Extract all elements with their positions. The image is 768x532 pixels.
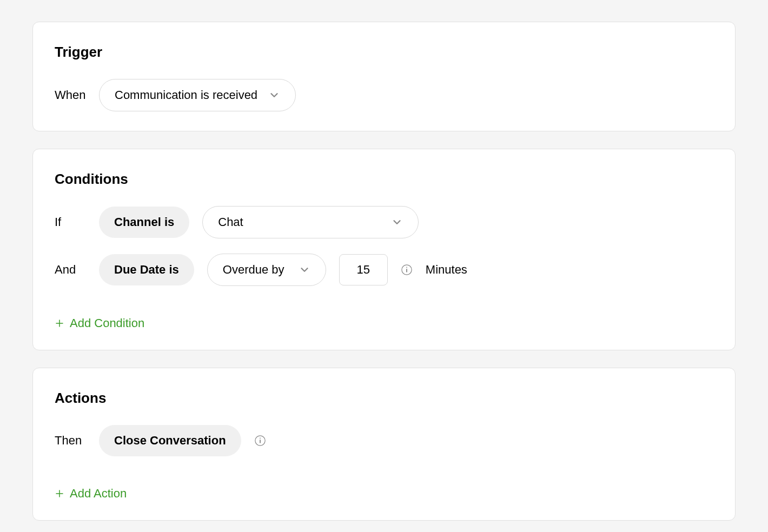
- conditions-card: Conditions If Channel is Chat And Due Da…: [32, 149, 736, 350]
- add-condition-label: Add Condition: [70, 316, 144, 330]
- condition-field-duedate-label: Due Date is: [114, 263, 179, 277]
- condition-field-duedate[interactable]: Due Date is: [99, 254, 194, 285]
- chevron-down-icon: [268, 89, 280, 101]
- trigger-card: Trigger When Communication is received: [32, 22, 736, 131]
- action-row: Then Close Conversation: [55, 425, 713, 456]
- condition-row-0: If Channel is Chat: [55, 206, 713, 238]
- condition-field-channel[interactable]: Channel is: [99, 207, 189, 238]
- plus-icon: [55, 318, 64, 328]
- then-label: Then: [55, 434, 86, 448]
- condition-prefix-if: If: [55, 215, 86, 229]
- actions-card: Actions Then Close Conversation Add Acti…: [32, 368, 736, 521]
- actions-title: Actions: [55, 390, 713, 407]
- chevron-down-icon: [299, 264, 310, 276]
- condition-operator-dropdown[interactable]: Overdue by: [207, 254, 326, 286]
- action-close-conversation[interactable]: Close Conversation: [99, 425, 241, 456]
- condition-number-input[interactable]: [339, 254, 388, 285]
- svg-point-7: [260, 438, 261, 439]
- plus-icon: [55, 489, 64, 498]
- add-action-label: Add Action: [70, 487, 127, 501]
- trigger-when-dropdown[interactable]: Communication is received: [99, 79, 296, 111]
- condition-row-1: And Due Date is Overdue by Minutes: [55, 254, 713, 286]
- trigger-when-value: Communication is received: [115, 88, 257, 102]
- condition-unit-label: Minutes: [426, 263, 467, 277]
- info-icon[interactable]: [401, 264, 413, 276]
- condition-value-chat-dropdown[interactable]: Chat: [202, 206, 419, 238]
- add-action-link[interactable]: Add Action: [55, 487, 127, 501]
- add-condition-link[interactable]: Add Condition: [55, 316, 144, 330]
- condition-prefix-and: And: [55, 263, 86, 277]
- condition-field-channel-label: Channel is: [114, 215, 174, 229]
- trigger-title: Trigger: [55, 44, 713, 61]
- condition-operator-value: Overdue by: [223, 263, 284, 277]
- trigger-row: When Communication is received: [55, 79, 713, 111]
- info-icon[interactable]: [254, 435, 266, 447]
- chevron-down-icon: [391, 216, 403, 228]
- condition-value-chat: Chat: [218, 215, 243, 229]
- conditions-title: Conditions: [55, 171, 713, 188]
- svg-point-2: [406, 267, 407, 268]
- when-label: When: [55, 88, 86, 102]
- action-close-conversation-label: Close Conversation: [114, 434, 226, 448]
